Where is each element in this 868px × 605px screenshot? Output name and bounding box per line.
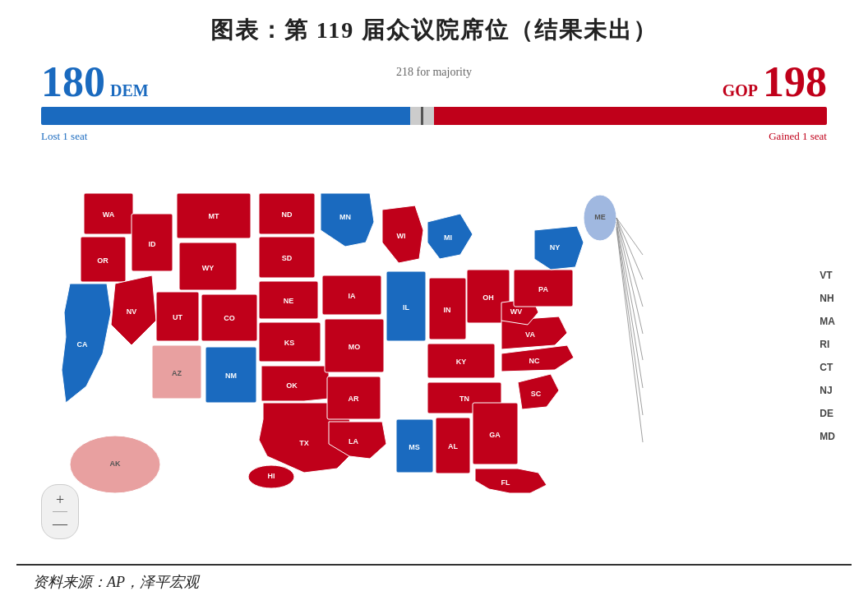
ga-label: GA <box>489 431 501 439</box>
state-il: IL <box>386 271 426 341</box>
majority-label: 218 for majority <box>396 66 472 79</box>
state-co: CO <box>201 294 257 341</box>
svg-line-48 <box>616 227 643 415</box>
state-nc: NC <box>501 345 574 372</box>
bar-section <box>16 107 852 125</box>
oh-label: OH <box>482 293 494 302</box>
la-label: LA <box>349 437 358 446</box>
sidebar-state-md: MD <box>820 431 835 442</box>
al-label: AL <box>448 442 458 450</box>
pa-label: PA <box>538 285 548 293</box>
fl-label: FL <box>501 478 510 487</box>
dem-bar <box>41 107 410 125</box>
svg-marker-34 <box>475 469 547 493</box>
zoom-controls: + — <box>41 484 79 539</box>
state-ut: UT <box>156 292 199 341</box>
state-ny: NY <box>534 226 584 270</box>
ar-label: AR <box>349 395 359 403</box>
sidebar-state-nh: NH <box>820 293 835 304</box>
sidebar-states: VT NH MA RI CT NJ DE MD <box>815 148 843 564</box>
wi-label: WI <box>397 232 406 240</box>
id-label: ID <box>149 240 157 248</box>
sc-label: SC <box>531 390 542 398</box>
me-label: ME <box>594 213 606 221</box>
center-bar <box>410 107 434 125</box>
majority-line <box>421 107 423 125</box>
state-ak: AK <box>70 436 160 493</box>
dem-label: DEM <box>110 81 149 100</box>
state-mn: MN <box>321 193 374 247</box>
mi-label: MI <box>444 233 452 242</box>
state-hi: HI <box>248 465 294 488</box>
mo-label: MO <box>349 343 361 351</box>
hi-label: HI <box>268 472 275 480</box>
nc-label: NC <box>529 357 540 365</box>
zoom-in-button[interactable]: + <box>52 492 68 508</box>
state-sc: SC <box>518 374 559 409</box>
map-container: AK HI WA OR <box>25 148 815 564</box>
main-container: 图表：第 119 届众议院席位（结果未出） 180 DEM 218 for ma… <box>0 0 868 605</box>
az-label: AZ <box>172 369 182 377</box>
state-nm: NM <box>205 347 256 403</box>
state-al: AL <box>436 418 470 473</box>
footer-text: 资料来源：AP，泽平宏观 <box>33 574 199 590</box>
ok-label: OK <box>286 381 298 390</box>
state-ca: CA <box>62 284 111 403</box>
page-title: 图表：第 119 届众议院席位（结果未出） <box>210 17 658 43</box>
dem-number: 180 <box>41 61 105 104</box>
ky-label: KY <box>456 358 467 366</box>
nm-label: NM <box>225 372 237 380</box>
mt-label: MT <box>209 212 219 220</box>
svg-line-46 <box>616 222 643 360</box>
ca-label: CA <box>77 340 88 349</box>
state-in: IN <box>429 278 466 339</box>
gop-label: GOP <box>723 81 758 100</box>
state-wi: WI <box>382 206 423 263</box>
nd-label: ND <box>282 210 293 219</box>
ak-label: AK <box>110 460 121 468</box>
state-ne: NE <box>259 281 318 319</box>
state-id: ID <box>132 214 173 271</box>
state-ga: GA <box>473 403 518 464</box>
gop-score: GOP 198 <box>723 61 827 104</box>
ia-label: IA <box>349 292 357 300</box>
title-area: 图表：第 119 届众议院席位（结果未出） <box>16 8 852 54</box>
state-nv: NV <box>111 275 156 345</box>
state-fl: FL <box>475 469 547 493</box>
svg-line-49 <box>616 229 643 442</box>
sidebar-state-ma: MA <box>820 316 835 327</box>
state-mi: MI <box>427 214 473 259</box>
in-label: IN <box>444 306 451 314</box>
or-label: OR <box>97 256 108 265</box>
sidebar-state-ct: CT <box>820 362 835 373</box>
sidebar-state-nj: NJ <box>820 385 835 396</box>
zoom-out-button[interactable]: — <box>52 515 68 532</box>
mn-label: MN <box>339 213 351 221</box>
dem-score: 180 DEM <box>41 61 149 104</box>
tx-label: TX <box>299 439 309 447</box>
us-map: AK HI WA OR <box>25 148 649 493</box>
state-ky: KY <box>427 344 495 378</box>
ms-label: MS <box>409 443 420 451</box>
nv-label: NV <box>127 307 137 316</box>
wy-label: WY <box>202 264 215 272</box>
state-pa: PA <box>514 270 573 307</box>
state-sd: SD <box>259 237 315 278</box>
dem-change-label: Lost 1 seat <box>41 130 87 143</box>
state-ms: MS <box>396 419 433 473</box>
state-mt: MT <box>177 193 251 238</box>
progress-bar <box>41 107 827 125</box>
state-ks: KS <box>259 322 321 362</box>
state-mo: MO <box>325 319 384 372</box>
state-ia: IA <box>322 275 381 315</box>
ks-label: KS <box>284 339 295 347</box>
wv-label: WV <box>510 307 523 316</box>
state-me: ME <box>584 195 616 241</box>
ut-label: UT <box>173 313 182 321</box>
ny-label: NY <box>550 243 561 252</box>
svg-line-45 <box>616 218 643 334</box>
state-wa: WA <box>84 193 133 234</box>
gop-bar <box>434 107 827 125</box>
sidebar-state-vt: VT <box>820 270 835 281</box>
state-or: OR <box>81 237 126 282</box>
